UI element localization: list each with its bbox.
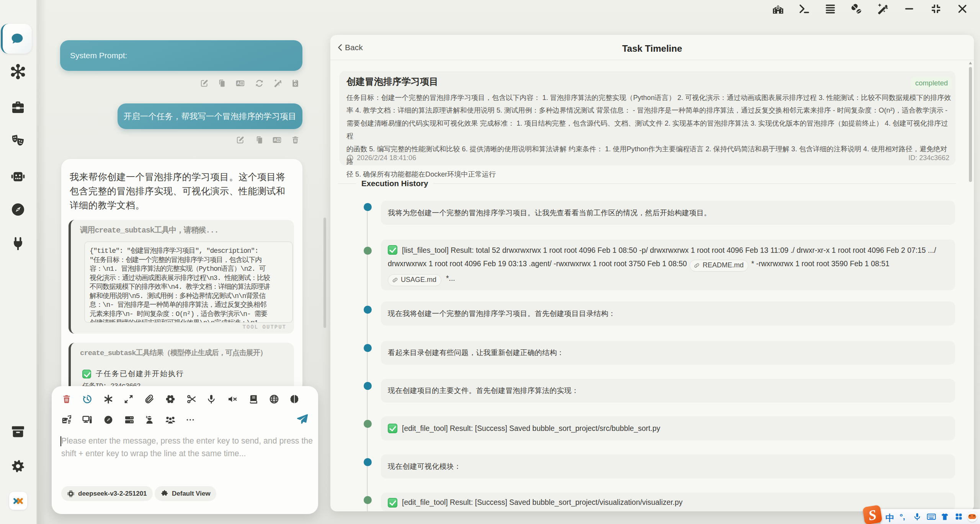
svg-text:A: A [274, 138, 276, 142]
svg-text:文: 文 [240, 82, 243, 85]
svg-text:文: 文 [277, 138, 280, 142]
svg-text:A: A [237, 81, 240, 85]
